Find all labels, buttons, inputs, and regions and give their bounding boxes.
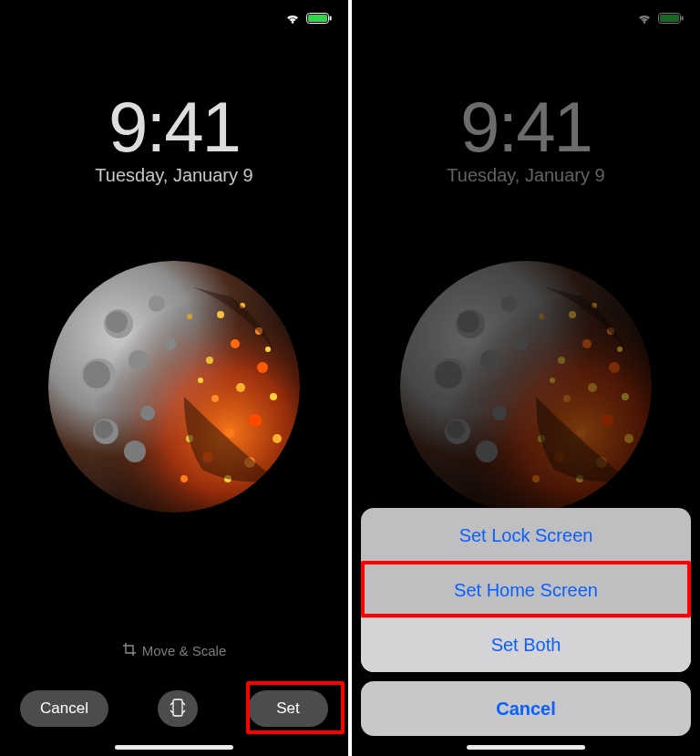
wallpaper-set-options-screen: 9:41 Tuesday, January 9 Move & Scale Set… <box>352 0 700 756</box>
status-bar <box>286 13 332 24</box>
set-lock-screen-option[interactable]: Set Lock Screen <box>361 508 691 563</box>
move-and-scale-hint: Move & Scale <box>0 642 348 659</box>
cancel-button[interactable]: Cancel <box>20 690 108 727</box>
wallpaper-preview-screen: 9:41 Tuesday, January 9 Move & Scale Can… <box>0 0 348 756</box>
action-sheet-cancel-group: Cancel <box>361 681 691 736</box>
set-both-option[interactable]: Set Both <box>361 617 691 672</box>
wallpaper-image <box>399 260 653 513</box>
battery-icon <box>306 13 332 24</box>
home-indicator[interactable] <box>115 745 233 750</box>
wallpaper-image[interactable] <box>47 260 301 513</box>
lock-clock: 9:41 Tuesday, January 9 <box>352 86 700 186</box>
wifi-icon <box>286 14 299 24</box>
action-sheet-cancel-button[interactable]: Cancel <box>361 681 691 736</box>
move-scale-label: Move & Scale <box>142 643 227 658</box>
home-indicator[interactable] <box>467 745 585 750</box>
perspective-icon <box>170 699 186 720</box>
preview-button-row: Cancel Set <box>0 690 348 727</box>
crop-icon <box>122 642 137 659</box>
clock-time: 9:41 <box>0 86 348 169</box>
wifi-icon <box>638 14 651 24</box>
set-button[interactable]: Set <box>248 690 328 727</box>
set-home-screen-option[interactable]: Set Home Screen <box>361 563 691 617</box>
clock-date: Tuesday, January 9 <box>352 165 700 186</box>
clock-date: Tuesday, January 9 <box>0 165 348 186</box>
perspective-toggle-button[interactable] <box>158 690 198 727</box>
set-wallpaper-action-sheet: Set Lock Screen Set Home Screen Set Both… <box>361 508 691 736</box>
status-bar <box>638 13 684 24</box>
battery-icon <box>658 13 684 24</box>
clock-time: 9:41 <box>352 86 700 169</box>
action-sheet-options: Set Lock Screen Set Home Screen Set Both <box>361 508 691 672</box>
lock-clock: 9:41 Tuesday, January 9 <box>0 86 348 186</box>
